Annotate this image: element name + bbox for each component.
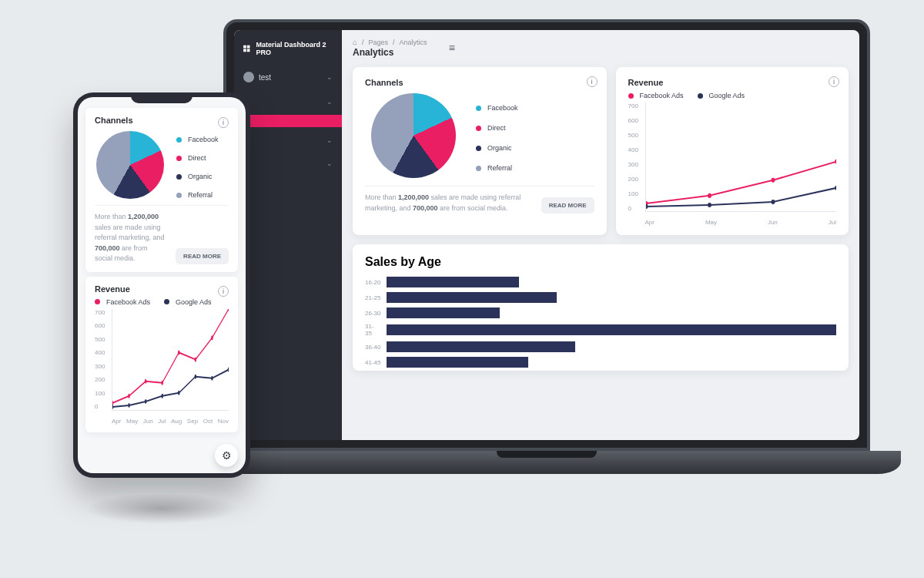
channels-pie-chart (371, 93, 456, 178)
sales-bar (387, 341, 575, 352)
revenue-title-mobile: Revenue (95, 284, 229, 294)
channels-card-mobile: i Channels Facebook Direct Organic Refer… (85, 108, 238, 272)
hamburger-icon[interactable]: ≡ (449, 42, 455, 54)
svg-point-21 (195, 374, 197, 378)
sales-title: Sales by Age (365, 255, 836, 269)
page-title: Analytics (353, 47, 427, 58)
breadcrumb[interactable]: ⌂ / Pages / Analytics (353, 38, 427, 46)
phone-screen: i Channels Facebook Direct Organic Refer… (78, 97, 246, 473)
laptop-mockup: Material Dashboard 2 PRO test ⌄ ⌄ ⌄ ⌄ ⌂ (192, 19, 901, 512)
channels-footer-text-mobile: More than 1,200,000 sales are made using… (95, 212, 166, 264)
chevron-down-icon: ⌄ (326, 73, 333, 81)
sidebar-item-user[interactable]: test ⌄ (234, 66, 342, 89)
app-name: Material Dashboard 2 PRO (256, 41, 334, 56)
svg-point-20 (178, 390, 180, 395)
sales-bar (387, 292, 556, 303)
legend-dot-google-ads (164, 299, 169, 304)
laptop-lid: Material Dashboard 2 PRO test ⌄ ⌄ ⌄ ⌄ ⌂ (223, 19, 870, 451)
breadcrumb-root[interactable]: Pages (369, 39, 389, 46)
sidebar-user-label: test (259, 73, 271, 82)
info-icon[interactable]: i (218, 117, 229, 128)
sidebar-item-collapsed-2[interactable]: ⌄ (234, 130, 342, 150)
legend-dot-direct (476, 126, 481, 131)
svg-point-18 (145, 398, 147, 403)
dashboard-frame: Material Dashboard 2 PRO test ⌄ ⌄ ⌄ ⌄ ⌂ (234, 30, 859, 440)
svg-point-5 (708, 203, 711, 207)
svg-point-17 (128, 402, 130, 407)
revenue-title: Revenue (628, 78, 836, 87)
chart-xticks-mobile: AprMayJunJulAugSepOctNov (112, 418, 229, 425)
info-icon[interactable]: i (587, 76, 598, 87)
sales-bar (387, 357, 528, 368)
channels-title: Channels (365, 78, 594, 87)
avatar (243, 72, 254, 82)
legend-dot-referral (476, 166, 481, 171)
logo-icon (242, 43, 252, 54)
svg-point-11 (161, 380, 163, 385)
legend-dot-organic (476, 146, 481, 151)
chart-xticks: AprMayJunJul (645, 219, 836, 226)
breadcrumb-current: Analytics (400, 39, 427, 46)
channels-card: i Channels Facebook Direct Organic Refer… (353, 67, 607, 235)
legend-dot-organic (176, 174, 182, 180)
channels-pie-chart-mobile (96, 131, 164, 199)
read-more-button-mobile[interactable]: READ MORE (176, 248, 229, 264)
legend-dot-facebook-ads (95, 299, 100, 304)
laptop-trackpad-notch (497, 451, 597, 458)
svg-point-3 (835, 160, 836, 164)
main-content: ⌂ / Pages / Analytics Analytics ≡ i (342, 30, 859, 440)
svg-point-22 (211, 375, 213, 380)
chart-yticks: 7006005004003002001000 (628, 102, 638, 212)
svg-point-7 (835, 186, 836, 190)
svg-point-23 (228, 367, 229, 371)
svg-point-19 (161, 393, 163, 398)
sales-bar (387, 277, 518, 287)
svg-point-1 (708, 193, 711, 198)
revenue-line-chart-mobile: 7006005004003002001000 AprMayJunJulAugSe… (95, 309, 229, 425)
svg-point-2 (771, 178, 775, 183)
info-icon[interactable]: i (218, 286, 229, 297)
revenue-line-chart: 7006005004003002001000 (628, 102, 836, 226)
channels-legend-mobile: Facebook Direct Organic Referral (176, 131, 219, 199)
settings-fab[interactable]: ⚙ (215, 444, 238, 467)
legend-dot-facebook (476, 106, 481, 111)
channels-footer-text: More than 1,200,000 sales are made using… (365, 193, 532, 213)
svg-point-13 (195, 357, 197, 361)
chart-yticks-mobile: 7006005004003002001000 (95, 309, 105, 411)
home-icon[interactable]: ⌂ (353, 38, 357, 46)
legend-dot-facebook-ads (628, 93, 634, 99)
phone-shadow (85, 493, 239, 524)
chevron-down-icon: ⌄ (326, 98, 333, 106)
svg-point-12 (178, 350, 180, 355)
phone-notch (131, 92, 192, 103)
legend-dot-referral (176, 193, 182, 198)
gear-icon: ⚙ (222, 449, 232, 462)
phone-mockup: i Channels Facebook Direct Organic Refer… (73, 92, 250, 478)
channels-title-mobile: Channels (95, 116, 229, 125)
laptop-base (192, 451, 901, 474)
app-logo[interactable]: Material Dashboard 2 PRO (234, 38, 342, 62)
read-more-button[interactable]: READ MORE (541, 197, 594, 213)
revenue-legend-mobile: Facebook Ads Google Ads (95, 298, 229, 306)
svg-point-16 (112, 404, 113, 408)
sidebar-item-collapsed-1[interactable]: ⌄ (234, 92, 342, 112)
sales-by-age-card: Sales by Age 16-20 21-25 26-30 31-35 36-… (353, 244, 849, 371)
revenue-card: i Revenue Facebook Ads Google Ads 700600… (616, 67, 849, 235)
svg-point-9 (128, 393, 130, 398)
channels-legend: Facebook Direct Organic Referral (476, 99, 518, 172)
revenue-legend: Facebook Ads Google Ads (628, 92, 836, 99)
sidebar-item-collapsed-3[interactable]: ⌄ (234, 153, 342, 173)
svg-point-10 (145, 378, 147, 383)
chevron-down-icon: ⌄ (326, 136, 333, 144)
svg-point-14 (211, 335, 213, 340)
sidebar: Material Dashboard 2 PRO test ⌄ ⌄ ⌄ ⌄ (234, 30, 342, 440)
sales-bar (387, 307, 500, 318)
sales-bar-chart: 16-20 21-25 26-30 31-35 36-40 41-45 (365, 277, 836, 368)
svg-point-4 (646, 204, 648, 209)
info-icon[interactable]: i (829, 76, 839, 87)
sidebar-item-active[interactable] (234, 115, 342, 127)
legend-dot-google-ads (698, 93, 703, 99)
svg-point-6 (771, 200, 775, 204)
sales-bar (387, 324, 836, 335)
chevron-down-icon: ⌄ (326, 160, 333, 167)
